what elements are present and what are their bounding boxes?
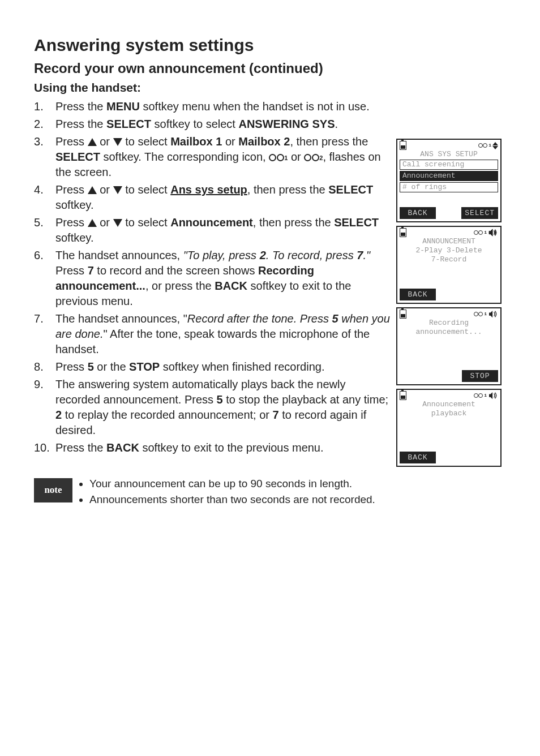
- select-label: SELECT: [55, 151, 100, 163]
- battery-icon: [400, 141, 406, 150]
- key-7: 7: [88, 264, 94, 277]
- back-softkey: BACK: [400, 207, 436, 220]
- screen-ans-sys-setup: 1 ANS SYS SETUP Call screening Announcem…: [396, 139, 502, 222]
- up-arrow-icon: [88, 186, 97, 194]
- updown-icon: [492, 142, 498, 149]
- screen-highlight: Announcement: [400, 171, 498, 181]
- screen-line: Announcement: [397, 400, 500, 409]
- screen-line: announcement...: [397, 328, 500, 337]
- tape-icon-2: 2: [304, 154, 323, 162]
- step-3: Press or to select Mailbox 1 or Mailbox …: [34, 134, 392, 180]
- mailbox2-label: Mailbox 2: [238, 135, 290, 148]
- screen-line: # of rings: [400, 182, 498, 192]
- page-title: Answering system settings: [34, 34, 506, 57]
- note-item: Announcements shorter than two seconds a…: [89, 492, 375, 508]
- up-arrow-icon: [88, 138, 97, 146]
- steps-continued: Press or to select Mailbox 1 or Mailbox …: [34, 134, 392, 456]
- speaker-icon: [488, 392, 498, 400]
- step-4: Press or to select Ans sys setup, then p…: [34, 182, 392, 213]
- select-label: SELECT: [106, 118, 151, 130]
- text: The handset announces, ": [55, 312, 187, 325]
- back-softkey: BACK: [400, 289, 436, 301]
- battery-icon: [400, 391, 406, 400]
- key-2: 2: [55, 409, 62, 421]
- screen-recording: 1 Recording announcement... STOP: [396, 307, 502, 385]
- speaker-icon: [488, 229, 498, 237]
- step-2: Press the SELECT softkey to select ANSWE…: [34, 117, 506, 132]
- steps-list: Press the MENU softkey menu when the han…: [34, 99, 506, 132]
- step-10: Press the BACK softkey to exit to the pr…: [34, 440, 392, 456]
- screen-line: Call screening: [400, 160, 498, 170]
- battery-icon: [400, 310, 406, 319]
- screen-line: Recording: [397, 319, 500, 328]
- down-arrow-icon: [113, 219, 122, 227]
- select-softkey: SELECT: [461, 207, 498, 220]
- screen-playback: 1 Announcement playback BACK: [396, 389, 502, 467]
- down-arrow-icon: [113, 138, 122, 146]
- step-8: Press 5 or the STOP softkey when finishe…: [34, 359, 392, 375]
- ans-sys-setup-label: Ans sys setup: [170, 183, 247, 196]
- screen-title: ANS SYS SETUP: [397, 150, 500, 159]
- key-2: 2: [260, 249, 266, 261]
- prompt-text: Record after the tone. Press: [187, 312, 332, 325]
- answering-sys-label: ANSWERING SYS: [238, 118, 335, 130]
- tape-icon: [478, 143, 487, 148]
- select-label: SELECT: [328, 183, 373, 196]
- prompt-text: .": [363, 249, 370, 261]
- menu-softkey-label: MENU: [106, 100, 140, 113]
- tape-icon-1: 1: [269, 154, 288, 162]
- key-5: 5: [332, 312, 338, 325]
- step-9: The answering system automatically plays…: [34, 377, 392, 438]
- text: to record and the screen shows: [94, 264, 258, 277]
- note-badge: note: [34, 478, 72, 502]
- down-arrow-icon: [113, 186, 122, 194]
- subtitle: Record your own announcement (continued): [34, 59, 506, 78]
- screen-line: playback: [397, 409, 500, 418]
- back-label: BACK: [215, 280, 247, 292]
- up-arrow-icon: [88, 219, 97, 227]
- announcement-label: Announcement: [170, 216, 253, 229]
- select-label: SELECT: [334, 216, 379, 229]
- step-1: Press the MENU softkey menu when the han…: [34, 99, 506, 114]
- prompt-text: . To record, press: [266, 249, 357, 261]
- text: , or press the: [145, 280, 215, 292]
- key-7: 7: [273, 409, 279, 421]
- mailbox1-label: Mailbox 1: [170, 135, 222, 148]
- screen-announcement-menu: 1 ANNOUNCEMENT 2-Play 3-Delete 7-Record …: [396, 226, 502, 304]
- back-softkey: BACK: [400, 452, 436, 464]
- back-label: BACK: [106, 441, 139, 454]
- stop-label: STOP: [129, 360, 160, 373]
- tape-icon: [474, 393, 483, 398]
- tape-icon: [474, 230, 483, 235]
- battery-icon: [400, 228, 406, 237]
- step-6: The handset announces, "To play, press 2…: [34, 248, 392, 309]
- key-5: 5: [88, 360, 94, 373]
- screen-line: 2-Play 3-Delete: [397, 246, 500, 255]
- screen-illustrations: 1 ANS SYS SETUP Call screening Announcem…: [396, 139, 506, 467]
- tape-icon: [474, 312, 483, 316]
- stop-softkey: STOP: [462, 370, 498, 383]
- note-block: note Your announcement can be up to 90 s…: [34, 476, 506, 507]
- text: Press: [55, 264, 88, 277]
- prompt-text: "To play, press: [183, 249, 260, 261]
- note-item: Your announcement can be up to 90 second…: [89, 476, 375, 492]
- using-heading: Using the handset:: [34, 80, 506, 96]
- step-5: Press or to select Announcement, then pr…: [34, 215, 392, 246]
- screen-line: 7-Record: [397, 255, 500, 264]
- key-7: 7: [357, 249, 363, 261]
- speaker-icon: [488, 310, 498, 318]
- step-7: The handset announces, "Record after the…: [34, 311, 392, 357]
- key-5: 5: [217, 393, 223, 406]
- screen-title: ANNOUNCEMENT: [397, 237, 500, 246]
